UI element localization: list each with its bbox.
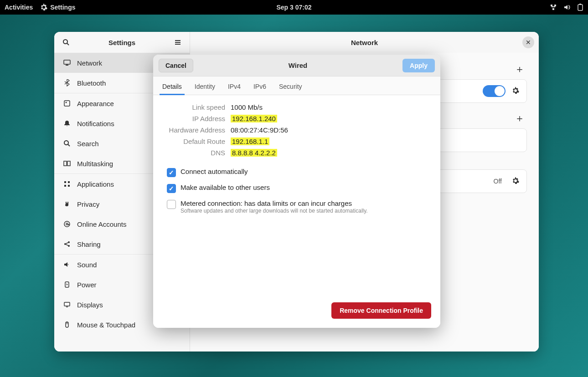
sidebar-item-label: Power xyxy=(77,281,97,289)
sidebar-item-label: Applications xyxy=(77,180,114,188)
sound-icon xyxy=(63,261,71,268)
svg-rect-4 xyxy=(175,40,181,41)
metered-checkbox[interactable] xyxy=(167,200,176,209)
sidebar-item-label: Appearance xyxy=(77,100,114,107)
sidebar-item-label: Sharing xyxy=(77,240,101,248)
sidebar-item-label: Bluetooth xyxy=(77,79,106,87)
svg-point-2 xyxy=(63,40,67,44)
metered-sublabel: Software updates and other large downloa… xyxy=(181,208,368,214)
add-vpn-button[interactable]: ＋ xyxy=(512,111,527,126)
svg-rect-6 xyxy=(175,44,181,45)
dialog-header: Cancel Wired Apply xyxy=(153,55,440,76)
svg-rect-13 xyxy=(64,161,67,166)
dialog-tabs: Details Identity IPv4 IPv6 Security xyxy=(153,76,440,95)
sidebar-item-label: Multitasking xyxy=(77,160,113,168)
activities-button[interactable]: Activities xyxy=(5,4,33,11)
network-icon[interactable] xyxy=(550,4,557,11)
svg-line-3 xyxy=(67,43,69,45)
svg-point-21 xyxy=(64,243,66,245)
proxy-settings-button[interactable] xyxy=(512,177,519,186)
app-name: Settings xyxy=(50,4,75,11)
hamburger-icon xyxy=(174,39,181,46)
dialog-title: Wired xyxy=(193,61,402,69)
search-icon xyxy=(62,39,70,46)
battery-icon[interactable] xyxy=(577,4,583,11)
sidebar-header: Settings xyxy=(54,32,190,53)
svg-rect-16 xyxy=(68,181,70,183)
dialog-body: Link speed 1000 Mb/s IP Address 192.168.… xyxy=(153,95,440,295)
bell-icon xyxy=(63,120,71,127)
tab-ipv6[interactable]: IPv6 xyxy=(253,81,266,95)
svg-line-24 xyxy=(66,243,68,244)
svg-point-22 xyxy=(68,241,70,243)
tab-ipv4[interactable]: IPv4 xyxy=(228,81,241,95)
gear-icon xyxy=(512,177,519,184)
detail-dns: DNS 8.8.8.8 4.2.2.2 xyxy=(167,149,427,157)
svg-point-10 xyxy=(66,102,67,103)
hand-icon xyxy=(63,200,71,208)
monitor-icon xyxy=(63,59,71,66)
close-icon: ✕ xyxy=(526,39,531,46)
clock[interactable]: Sep 3 07:02 xyxy=(276,4,311,11)
detail-value: 08:00:27:4C:9D:56 xyxy=(231,126,288,134)
connect-auto-row: Connect automatically xyxy=(167,168,427,177)
tab-details[interactable]: Details xyxy=(162,81,182,95)
remove-profile-button[interactable]: Remove Connection Profile xyxy=(331,302,431,319)
share-users-row: Make available to other users xyxy=(167,183,427,193)
power-icon xyxy=(63,281,71,288)
tab-identity[interactable]: Identity xyxy=(195,81,215,95)
sidebar-item-label: Privacy xyxy=(77,200,99,208)
proxy-status: Off xyxy=(494,178,502,185)
detail-value: 192.168.1.1 xyxy=(231,138,269,145)
svg-point-11 xyxy=(64,141,68,145)
svg-line-25 xyxy=(66,245,68,245)
wired-settings-dialog: Cancel Wired Apply Details Identity IPv4… xyxy=(153,55,440,328)
share-users-checkbox[interactable] xyxy=(167,184,176,193)
detail-ip-address: IP Address 192.168.1.240 xyxy=(167,115,427,122)
sidebar-item-label: Mouse & Touchpad xyxy=(77,321,135,329)
svg-rect-18 xyxy=(68,185,70,187)
detail-link-speed: Link speed 1000 Mb/s xyxy=(167,103,427,111)
detail-label: Hardware Address xyxy=(167,126,231,134)
apply-button[interactable]: Apply xyxy=(402,59,435,72)
metered-row: Metered connection: has data limits or c… xyxy=(167,199,427,214)
top-bar: Activities Settings Sep 3 07:02 xyxy=(0,0,588,15)
svg-rect-5 xyxy=(175,42,181,43)
detail-default-route: Default Route 192.168.1.1 xyxy=(167,138,427,145)
tab-security[interactable]: Security xyxy=(279,81,302,95)
multitasking-icon xyxy=(63,160,71,167)
detail-label: IP Address xyxy=(167,115,231,122)
hamburger-button[interactable] xyxy=(170,35,185,50)
sidebar-item-label: Online Accounts xyxy=(77,220,126,228)
svg-rect-15 xyxy=(64,181,66,183)
detail-value: 1000 Mb/s xyxy=(231,103,263,111)
gear-icon xyxy=(40,4,47,11)
svg-rect-17 xyxy=(64,185,66,187)
metered-label: Metered connection: has data limits or c… xyxy=(181,199,368,207)
connect-auto-checkbox[interactable] xyxy=(167,168,176,177)
cancel-button[interactable]: Cancel xyxy=(159,59,193,72)
dialog-footer: Remove Connection Profile xyxy=(153,295,440,328)
add-wired-button[interactable]: ＋ xyxy=(512,62,527,76)
svg-rect-1 xyxy=(579,4,581,5)
gear-icon xyxy=(512,87,519,94)
wired-toggle[interactable] xyxy=(483,85,505,97)
search-icon xyxy=(63,140,71,147)
detail-label: Default Route xyxy=(167,138,231,145)
volume-icon[interactable] xyxy=(563,4,571,11)
sidebar-item-label: Notifications xyxy=(77,120,114,127)
app-indicator[interactable]: Settings xyxy=(40,4,75,11)
panel-title: Network xyxy=(351,39,378,46)
svg-rect-14 xyxy=(67,161,70,166)
detail-label: DNS xyxy=(167,149,231,157)
close-button[interactable]: ✕ xyxy=(522,36,534,48)
bluetooth-icon xyxy=(63,79,71,87)
appearance-icon xyxy=(63,100,71,107)
wired-settings-button[interactable] xyxy=(512,87,519,96)
sidebar-item-label: Network xyxy=(77,59,102,67)
search-button[interactable] xyxy=(59,35,73,50)
detail-value: 8.8.8.8 4.2.2.2 xyxy=(231,149,277,157)
sidebar-title: Settings xyxy=(73,39,170,46)
svg-line-12 xyxy=(68,144,70,146)
apps-icon xyxy=(63,180,71,188)
